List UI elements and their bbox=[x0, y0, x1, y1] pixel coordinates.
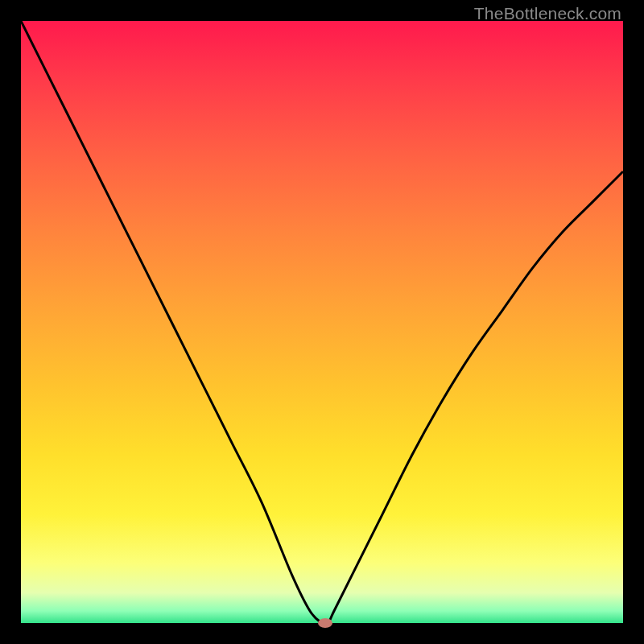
bottleneck-curve bbox=[21, 21, 623, 623]
watermark-text: TheBottleneck.com bbox=[474, 4, 621, 23]
optimum-marker bbox=[318, 618, 332, 628]
